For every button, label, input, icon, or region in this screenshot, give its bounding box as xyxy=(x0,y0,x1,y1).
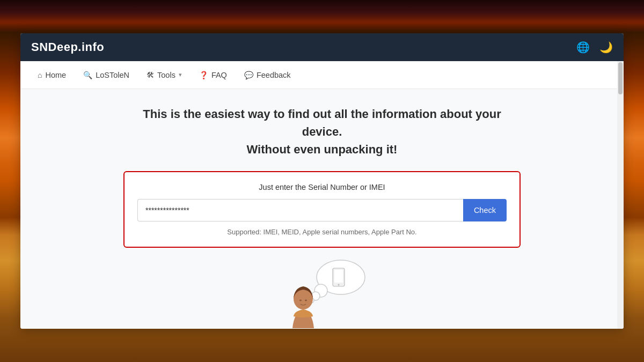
search-box: Just enter the Serial Number or IMEI Che… xyxy=(123,171,521,248)
navbar: ⌂ Home 🔍 LoSToleN 🛠 Tools ▾ ❓ FAQ 💬 Feed… xyxy=(20,61,624,89)
lostolen-icon: 🔍 xyxy=(83,71,92,79)
nav-lostolen[interactable]: 🔍 LoSToleN xyxy=(77,68,136,83)
main-content: This is the easiest way to find out all … xyxy=(20,89,624,329)
globe-icon[interactable]: 🌐 xyxy=(576,41,590,54)
support-text: Supported: IMEI, MEID, Apple serial numb… xyxy=(137,228,507,236)
scrollbar[interactable] xyxy=(617,61,624,329)
header-icons: 🌐 🌙 xyxy=(576,41,613,54)
hero-title-line3: Without even unpacking it! xyxy=(247,143,398,156)
nav-tools-label: Tools xyxy=(157,71,175,79)
check-button[interactable]: Check xyxy=(463,199,507,221)
main-container: SNDeep.info 🌐 🌙 ⌂ Home 🔍 LoSToleN 🛠 Tool… xyxy=(20,33,624,329)
sky-overlay xyxy=(0,0,644,32)
nav-home-label: Home xyxy=(45,71,66,79)
nav-feedback-label: Feedback xyxy=(257,71,291,79)
header: SNDeep.info 🌐 🌙 xyxy=(20,33,624,61)
feedback-icon: 💬 xyxy=(244,71,253,79)
nav-feedback[interactable]: 💬 Feedback xyxy=(238,68,297,83)
hero-title: This is the easiest way to find out all … xyxy=(134,105,510,158)
faq-icon: ❓ xyxy=(199,71,208,79)
svg-rect-5 xyxy=(334,270,343,283)
chevron-down-icon: ▾ xyxy=(179,71,182,78)
svg-point-6 xyxy=(338,284,340,286)
person-thinking-illustration xyxy=(263,253,381,329)
nav-faq[interactable]: ❓ FAQ xyxy=(193,68,233,83)
site-logo[interactable]: SNDeep.info xyxy=(31,40,104,54)
nav-lostolen-label: LoSToleN xyxy=(96,71,129,79)
dark-mode-icon[interactable]: 🌙 xyxy=(599,41,613,54)
search-row: Check xyxy=(137,199,507,221)
hero-title-line1: This is the easiest way to find out all … xyxy=(143,107,501,138)
nav-faq-label: FAQ xyxy=(211,71,227,79)
search-label: Just enter the Serial Number or IMEI xyxy=(137,183,507,191)
nav-tools[interactable]: 🛠 Tools ▾ xyxy=(140,68,188,83)
illustration-area xyxy=(263,258,381,329)
svg-point-8 xyxy=(299,300,302,301)
tools-icon: 🛠 xyxy=(147,71,154,79)
svg-point-9 xyxy=(305,300,307,301)
search-input[interactable] xyxy=(137,199,463,221)
home-icon: ⌂ xyxy=(38,71,42,79)
nav-home[interactable]: ⌂ Home xyxy=(31,68,72,83)
scrollbar-thumb xyxy=(618,62,623,94)
